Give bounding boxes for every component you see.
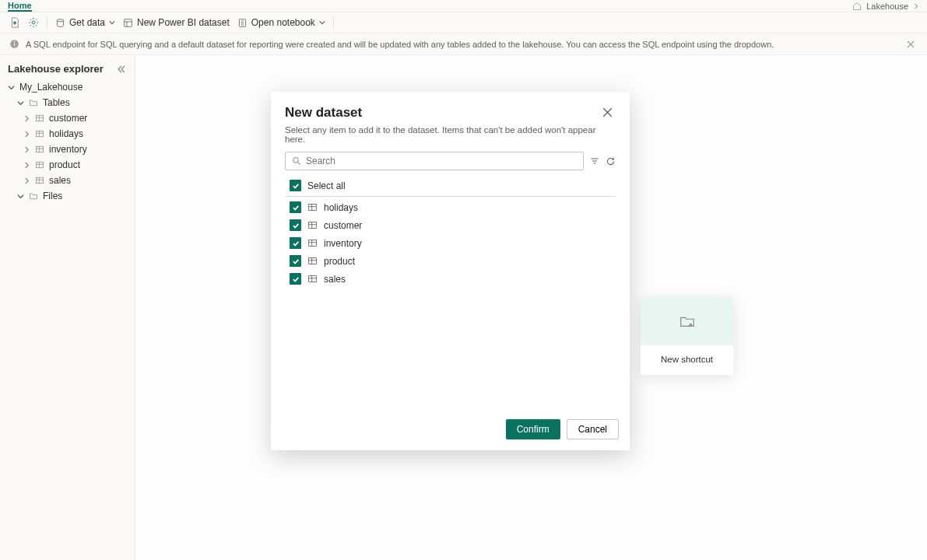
get-data-button[interactable]: Get data: [55, 17, 115, 28]
svg-rect-13: [309, 222, 317, 228]
item-checkbox[interactable]: [290, 219, 301, 231]
tree-tables-label: Tables: [43, 97, 70, 108]
chevron-right-icon: [913, 3, 919, 9]
list-item[interactable]: customer: [285, 216, 616, 234]
select-all-label: Select all: [307, 180, 346, 191]
svg-rect-10: [37, 177, 44, 184]
dialog-close-button[interactable]: [599, 104, 616, 121]
info-icon: [9, 39, 19, 49]
folder-icon: [29, 98, 38, 107]
chevron-down-icon: [8, 84, 15, 91]
item-label: inventory: [324, 238, 362, 249]
svg-rect-7: [37, 131, 44, 137]
tree-files-label: Files: [43, 191, 62, 201]
new-shortcut-icon-area: [641, 297, 733, 345]
list-item[interactable]: holidays: [285, 198, 616, 216]
sidebar-collapse-button[interactable]: [118, 65, 125, 73]
dialog-subtitle: Select any item to add it to the dataset…: [271, 125, 630, 152]
tree-files-node[interactable]: Files: [0, 188, 135, 204]
tree-table-label: holidays: [49, 128, 83, 139]
svg-point-0: [32, 21, 35, 24]
lakehouse-icon: [852, 2, 862, 11]
tree-table-node[interactable]: holidays: [0, 126, 135, 142]
check-icon: [292, 182, 300, 190]
item-label: sales: [324, 274, 346, 285]
chevron-right-icon: [23, 131, 30, 138]
item-checkbox[interactable]: [290, 201, 301, 213]
check-icon: [292, 204, 300, 212]
breadcrumb-home[interactable]: Home: [8, 1, 32, 12]
list-item[interactable]: product: [285, 252, 616, 270]
svg-rect-8: [37, 146, 44, 152]
svg-rect-15: [309, 257, 317, 264]
svg-rect-2: [125, 19, 132, 26]
check-icon: [292, 222, 300, 229]
select-all-checkbox[interactable]: [290, 180, 301, 191]
filter-button[interactable]: [590, 156, 599, 166]
tree-table-node[interactable]: inventory: [0, 142, 135, 157]
check-icon: [292, 257, 300, 265]
open-notebook-label: Open notebook: [251, 17, 315, 28]
refresh-button[interactable]: [606, 156, 616, 166]
refresh-icon: [606, 156, 616, 166]
svg-point-11: [293, 158, 299, 163]
new-pbi-dataset-button[interactable]: New Power BI dataset: [123, 17, 230, 28]
cancel-button[interactable]: Cancel: [567, 419, 619, 439]
shortcut-folder-icon: [679, 313, 696, 330]
info-text: A SQL endpoint for SQL querying and a de…: [26, 40, 774, 49]
tree-table-label: inventory: [49, 144, 87, 155]
toolbar-separator: [47, 16, 47, 29]
item-label: customer: [324, 220, 362, 231]
svg-point-5: [14, 41, 16, 43]
table-icon: [35, 129, 44, 138]
select-all-row[interactable]: Select all: [285, 177, 616, 197]
tree-table-node[interactable]: product: [0, 157, 135, 173]
database-icon: [55, 18, 65, 28]
check-icon: [292, 240, 300, 247]
search-icon: [292, 156, 301, 166]
table-icon: [35, 160, 44, 170]
infobar-close-button[interactable]: [904, 37, 918, 51]
chevron-right-icon: [23, 162, 30, 169]
tree-table-label: product: [49, 159, 80, 170]
context-label: Lakehouse: [866, 2, 908, 11]
tree-table-node[interactable]: customer: [0, 110, 135, 126]
list-item[interactable]: inventory: [285, 234, 616, 252]
tree-lakehouse-node[interactable]: My_Lakehouse: [0, 79, 135, 95]
svg-point-1: [57, 19, 63, 21]
confirm-button[interactable]: Confirm: [506, 419, 560, 439]
tree-table-node[interactable]: sales: [0, 173, 135, 188]
svg-rect-9: [37, 162, 44, 168]
table-icon: [307, 202, 318, 212]
list-item[interactable]: sales: [285, 270, 616, 288]
new-item-button[interactable]: [9, 17, 20, 28]
chevron-down-icon: [17, 193, 24, 200]
tree-tables-node[interactable]: Tables: [0, 95, 135, 110]
chevron-right-icon: [23, 115, 30, 122]
check-icon: [292, 275, 300, 283]
tree-table-label: sales: [49, 175, 71, 186]
new-dataset-dialog: New dataset Select any item to add it to…: [271, 92, 630, 450]
table-icon: [307, 220, 318, 230]
new-shortcut-card[interactable]: New shortcut: [641, 297, 733, 375]
tree: My_Lakehouse Tables customerholidaysinve…: [0, 79, 135, 204]
chevron-down-icon: [319, 19, 325, 26]
item-checkbox[interactable]: [290, 255, 301, 267]
toolbar-separator: [333, 16, 334, 29]
settings-button[interactable]: [28, 17, 39, 28]
double-chevron-left-icon: [118, 65, 125, 73]
context-switcher[interactable]: Lakehouse: [852, 2, 919, 11]
search-input[interactable]: [306, 156, 577, 166]
table-icon: [35, 145, 44, 154]
open-notebook-button[interactable]: Open notebook: [237, 17, 325, 28]
item-checkbox[interactable]: [290, 237, 301, 249]
toolbar: Get data New Power BI dataset Open noteb…: [0, 12, 927, 33]
item-checkbox[interactable]: [290, 273, 301, 285]
item-label: product: [324, 256, 355, 267]
svg-rect-6: [37, 115, 44, 121]
table-icon: [307, 238, 318, 248]
gear-icon: [28, 17, 39, 28]
search-input-wrapper[interactable]: [285, 152, 584, 170]
svg-rect-12: [309, 204, 317, 210]
sidebar: Lakehouse explorer My_Lakehouse Tables c…: [0, 55, 135, 560]
